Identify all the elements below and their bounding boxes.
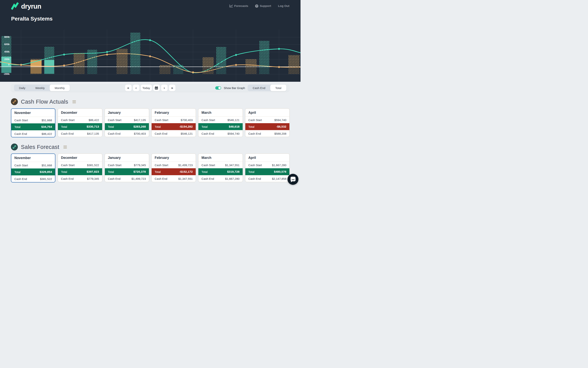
svg-text:600k: 600k: [4, 43, 9, 46]
last-page-button[interactable]: »: [169, 85, 175, 91]
cash-start-label: Cash Start: [14, 164, 28, 167]
cash-start-label: Cash Start: [61, 164, 75, 167]
svg-text:200k: 200k: [4, 58, 9, 61]
sales-card-november[interactable]: November Cash Start$51,668 Total$329,854…: [11, 154, 55, 183]
nav-forecasts[interactable]: Forecasts: [229, 4, 248, 8]
card-month: January: [105, 109, 149, 117]
actuals-card-april[interactable]: April Cash Start$594,740 Total-$6,532 Ca…: [245, 108, 290, 137]
granularity-segmented-control: Daily Weekly Monthly: [14, 85, 70, 91]
nav-support[interactable]: ? Support: [255, 4, 271, 8]
cash-flow-chart[interactable]: 800k600k400k200k0-200k: [0, 30, 300, 82]
card-month: December: [58, 109, 102, 117]
sales-card-december[interactable]: December Cash Start$381,522 Total$397,82…: [58, 154, 102, 182]
sales-forecast-header: Sales Forecast: [11, 144, 67, 150]
actuals-card-february[interactable]: February Cash Start$700,403 Total-$154,2…: [151, 108, 196, 137]
total-label: Total: [14, 170, 20, 174]
sales-card-april[interactable]: April Cash Start$1,667,280 Total$480,578…: [245, 154, 290, 182]
sales-forecast-title: Sales Forecast: [21, 144, 59, 150]
value-mode-total[interactable]: Total: [270, 85, 286, 91]
cash-end-label: Cash End: [202, 177, 214, 180]
cash-start-label: Cash Start: [155, 118, 168, 122]
cash-end-value: $546,121: [181, 132, 193, 135]
nav-support-label: Support: [260, 4, 271, 8]
cash-start-value: $381,522: [87, 164, 99, 167]
show-bar-graph-toggle[interactable]: [215, 86, 221, 90]
cash-end-label: Cash End: [155, 177, 167, 180]
link-nodes-icon: [12, 100, 17, 104]
calendar-icon: [155, 86, 158, 90]
today-button[interactable]: Today: [141, 85, 152, 91]
cash-start-label: Cash Start: [61, 118, 75, 122]
total-label: Total: [248, 125, 255, 128]
chart-canvas: 800k600k400k200k0-200k: [0, 30, 300, 82]
cash-end-value: $1,667,280: [225, 177, 240, 180]
calendar-button[interactable]: [153, 85, 160, 91]
sales-card-january[interactable]: January Cash Start$779,345 Total$720,378…: [105, 154, 149, 182]
actuals-menu-icon[interactable]: [72, 100, 76, 103]
cash-end-label: Cash End: [155, 132, 167, 135]
actuals-card-january[interactable]: January Cash Start$417,135 Total$283,268…: [105, 108, 149, 137]
sales-card-february[interactable]: February Cash Start$1,499,723 Total-$152…: [151, 154, 196, 182]
chat-launcher-button[interactable]: [288, 174, 298, 185]
cash-start-label: Cash Start: [108, 164, 122, 167]
total-label: Total: [61, 125, 67, 128]
cash-end-label: Cash End: [248, 177, 261, 180]
total-value: $34,754: [41, 125, 52, 129]
total-value: $397,823: [87, 170, 99, 174]
granularity-option-daily[interactable]: Daily: [14, 85, 30, 91]
total-label: Total: [202, 170, 208, 174]
actuals-card-november[interactable]: November Cash Start$51,668 Total$34,754 …: [11, 108, 55, 137]
svg-text:-200k: -200k: [3, 73, 9, 75]
cash-end-value: $417,135: [87, 132, 99, 135]
cash-end-value: $2,147,858: [272, 177, 286, 180]
actuals-card-december[interactable]: December Cash Start$86,422 Total$330,713…: [58, 108, 102, 137]
cash-start-value: $51,668: [42, 119, 52, 122]
sales-forecast-icon: [11, 144, 18, 150]
first-page-button[interactable]: «: [125, 85, 132, 91]
logo-wordmark: dryrun: [21, 3, 41, 9]
card-month: November: [11, 109, 55, 117]
cash-flow-actuals-title: Cash Flow Actuals: [21, 99, 68, 105]
granularity-option-monthly[interactable]: Monthly: [50, 85, 70, 91]
cash-start-label: Cash Start: [202, 164, 215, 167]
chart-display-controls: Show Bar Graph Cash End Total: [215, 85, 286, 91]
cash-start-label: Cash Start: [202, 118, 215, 122]
cash-start-value: $86,422: [88, 118, 99, 122]
actuals-cards-row: November Cash Start$51,668 Total$34,754 …: [11, 108, 290, 137]
date-navigation: « ‹ Today › »: [125, 85, 175, 91]
cash-start-value: $1,667,280: [272, 164, 286, 167]
sales-menu-icon[interactable]: [63, 146, 67, 148]
cash-end-label: Cash End: [14, 177, 27, 181]
logo-zigzag-icon: [11, 2, 20, 10]
total-value: $329,854: [40, 170, 52, 174]
cash-end-value: $588,208: [274, 132, 286, 135]
value-mode-cash-end[interactable]: Cash End: [248, 85, 270, 91]
total-value: $319,728: [227, 170, 240, 174]
cash-end-label: Cash End: [14, 132, 27, 136]
total-value: $283,268: [133, 125, 146, 128]
cash-end-value: $594,740: [228, 132, 240, 135]
cash-start-value: $700,403: [181, 118, 193, 122]
svg-text:400k: 400k: [4, 50, 9, 53]
next-button[interactable]: ›: [161, 85, 167, 91]
card-month: April: [245, 154, 290, 162]
cash-end-value: $1,499,723: [132, 177, 146, 180]
card-month: February: [152, 109, 196, 117]
cash-start-label: Cash Start: [155, 164, 168, 167]
total-value: $48,618: [229, 125, 240, 128]
svg-text:?: ?: [256, 5, 257, 7]
cash-start-value: $779,345: [134, 164, 146, 167]
prev-button[interactable]: ‹: [133, 85, 139, 91]
cash-start-label: Cash Start: [248, 164, 262, 167]
svg-text:800k: 800k: [4, 36, 9, 38]
topbar: dryrun Forecasts ? Support: [0, 0, 300, 13]
total-value: $330,713: [87, 125, 99, 128]
granularity-option-weekly[interactable]: Weekly: [30, 85, 50, 91]
nav-logout[interactable]: Log Out: [278, 4, 290, 8]
dryrun-logo[interactable]: dryrun: [11, 2, 41, 10]
sales-card-march[interactable]: March Cash Start$1,347,551 Total$319,728…: [198, 154, 243, 182]
total-value: -$152,172: [179, 170, 193, 174]
actuals-card-march[interactable]: March Cash Start$546,121 Total$48,618 Ca…: [198, 108, 243, 137]
top-nav: Forecasts ? Support Log Out: [229, 4, 290, 8]
cash-end-label: Cash End: [61, 177, 74, 180]
